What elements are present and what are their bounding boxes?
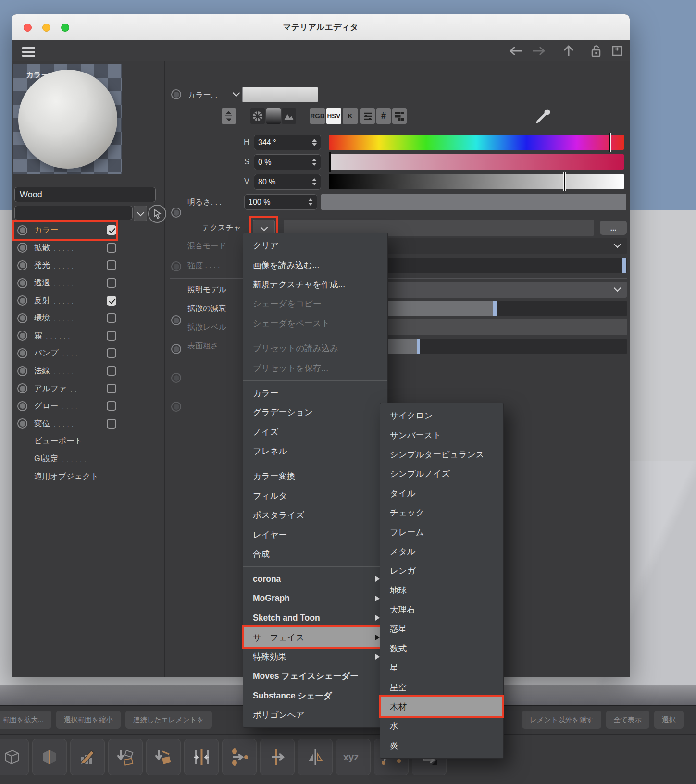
spin-down-icon[interactable] — [312, 183, 317, 185]
submenu-item[interactable]: タイル — [380, 484, 503, 503]
toolbar-button[interactable]: レメント以外を隠す — [522, 710, 601, 729]
channel-toggle-icon[interactable] — [17, 225, 27, 235]
menu-item[interactable]: Sketch and Toon — [243, 608, 387, 627]
hue-input[interactable]: 344 ° — [254, 135, 321, 150]
color-wheel-icon[interactable] — [250, 108, 265, 124]
menu-item[interactable]: フレネル — [243, 441, 387, 461]
channel-toggle-icon[interactable] — [17, 243, 27, 253]
gradient-icon[interactable] — [266, 108, 281, 124]
menu-item[interactable]: プリセットの読み込み — [243, 339, 387, 358]
channel-checkbox[interactable] — [107, 384, 116, 393]
channel-checkbox[interactable] — [107, 243, 116, 253]
forward-arrow-icon[interactable] — [531, 45, 547, 57]
channel-checkbox[interactable] — [107, 401, 116, 411]
eyedropper-icon[interactable] — [534, 107, 552, 127]
menu-item[interactable]: ポスタライズ — [243, 505, 387, 525]
spin-down-icon[interactable] — [312, 143, 317, 146]
color-mode-button[interactable]: K — [343, 108, 358, 124]
brightness-input[interactable]: 100 % — [244, 194, 317, 210]
channel-checkbox[interactable] — [107, 331, 116, 341]
menu-item[interactable]: プリセットを保存... — [243, 358, 387, 377]
submenu-item[interactable]: 星 — [380, 658, 503, 677]
spin-up-icon[interactable] — [312, 139, 317, 142]
brightness-toggle-icon[interactable] — [171, 208, 181, 218]
knife-icon[interactable] — [70, 739, 105, 775]
channel-row[interactable]: 環境 . . . . . — [14, 309, 116, 327]
hue-marker[interactable] — [609, 133, 611, 152]
channel-row[interactable]: 発光 . . . . . — [14, 257, 116, 274]
palette-grid-icon[interactable] — [392, 108, 407, 124]
menu-item[interactable]: Moves フェイスシェーダー — [243, 666, 387, 686]
channel-row[interactable]: グロー . . . . — [14, 397, 116, 415]
channel-checkbox[interactable] — [107, 366, 116, 376]
channel-toggle-icon[interactable] — [17, 331, 27, 341]
cube-icon[interactable] — [0, 739, 29, 775]
menu-item[interactable]: カラー変換 — [243, 466, 387, 486]
channel-checkbox[interactable] — [107, 260, 116, 270]
submenu-item[interactable]: メタル — [380, 542, 503, 561]
menu-item[interactable]: サーフェイス — [243, 627, 387, 647]
mixer-icon[interactable] — [360, 108, 375, 124]
menu-item[interactable]: シェーダをコピー — [243, 294, 387, 313]
spread-icon[interactable] — [222, 739, 257, 775]
menu-item[interactable]: 合成 — [243, 544, 387, 564]
submenu-item[interactable]: レンガ — [380, 561, 503, 580]
channel-checkbox[interactable] — [107, 296, 116, 306]
menu-item[interactable]: ノイズ — [243, 422, 387, 441]
channel-row[interactable]: 適用オブジェクト — [14, 467, 116, 485]
lock-icon[interactable] — [590, 44, 602, 58]
edge-arrow-icon[interactable] — [260, 739, 295, 775]
submenu-item[interactable]: シンプルノイズ — [380, 464, 503, 483]
menu-item[interactable]: 新規テクスチャを作成... — [243, 275, 387, 294]
chevron-down-icon[interactable] — [233, 89, 240, 97]
submenu-item[interactable]: チェック — [380, 503, 503, 522]
xyz-icon[interactable]: xyz — [336, 739, 371, 775]
saturation-marker[interactable] — [329, 152, 331, 172]
menu-item[interactable]: corona — [243, 569, 387, 588]
spin-up-icon[interactable] — [308, 198, 313, 201]
channel-row[interactable]: GI設定 . . . . . . — [14, 450, 116, 468]
up-arrow-icon[interactable] — [562, 45, 575, 57]
toolbar-button[interactable]: 選択範囲を縮小 — [56, 710, 121, 729]
menu-item[interactable]: ポリゴンヘア — [243, 705, 387, 724]
channel-checkbox[interactable] — [107, 419, 116, 429]
menu-item[interactable]: グラデーション — [243, 403, 387, 422]
material-preview[interactable] — [13, 64, 122, 174]
channel-row[interactable]: バンプ . . . . — [14, 344, 116, 362]
strength-handle[interactable] — [622, 258, 626, 273]
shader-preset-field[interactable] — [14, 206, 133, 220]
channel-toggle-icon[interactable] — [17, 418, 27, 429]
channel-row[interactable]: 法線 . . . . . — [14, 362, 116, 380]
falloff-handle[interactable] — [493, 301, 497, 316]
submenu-item[interactable]: シンプルタービュランス — [380, 445, 503, 464]
hash-icon[interactable]: # — [376, 108, 391, 124]
brightness-slider[interactable] — [321, 194, 626, 210]
menu-item[interactable]: MoGraph — [243, 589, 387, 608]
channel-toggle-icon[interactable] — [17, 383, 27, 393]
menu-item[interactable]: カラー — [243, 383, 387, 403]
channel-toggle-icon[interactable] — [17, 295, 27, 306]
menu-item[interactable]: クリア — [243, 236, 387, 255]
channel-toggle-icon[interactable] — [17, 366, 27, 376]
value-slider[interactable] — [329, 174, 624, 189]
saturation-input[interactable]: 0 % — [254, 154, 321, 170]
submenu-item[interactable]: 数式 — [380, 639, 503, 658]
roughness-handle[interactable] — [417, 339, 420, 354]
close-button[interactable] — [24, 24, 32, 32]
toolbar-button[interactable]: 全て表示 — [606, 710, 649, 729]
spin-down-icon[interactable] — [308, 203, 313, 206]
submenu-item[interactable]: サイクロン — [380, 406, 503, 425]
toolbar-button[interactable]: 選択 — [654, 710, 684, 729]
falloff-toggle-icon[interactable] — [171, 344, 181, 354]
channel-row[interactable]: 拡散 . . . . . — [14, 239, 116, 257]
color-mode-button[interactable]: RGB — [310, 108, 325, 124]
channel-row[interactable]: アルファ . . — [14, 380, 116, 397]
spin-up-icon[interactable] — [312, 178, 317, 181]
toolbar-button[interactable]: 範囲を拡大... — [0, 710, 51, 729]
channel-row[interactable]: ビューポート — [14, 432, 116, 450]
saturation-slider[interactable] — [329, 154, 624, 170]
compress-icon[interactable] — [222, 108, 236, 124]
shader-preset-dropdown-button[interactable] — [134, 206, 147, 221]
menu-item[interactable]: 画像を読み込む... — [243, 255, 387, 274]
illumination-toggle-icon[interactable] — [171, 315, 181, 325]
